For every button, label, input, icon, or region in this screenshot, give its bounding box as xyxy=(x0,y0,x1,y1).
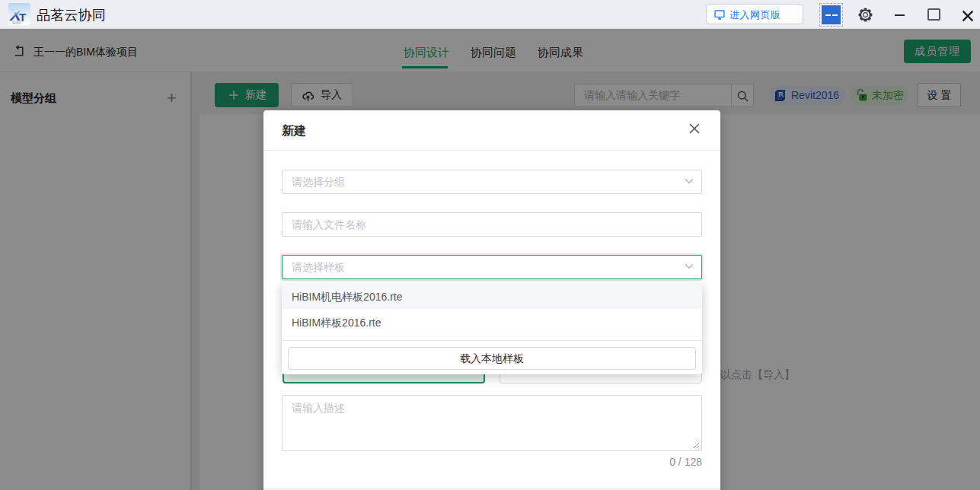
svg-text:BIM: BIM xyxy=(12,21,21,25)
